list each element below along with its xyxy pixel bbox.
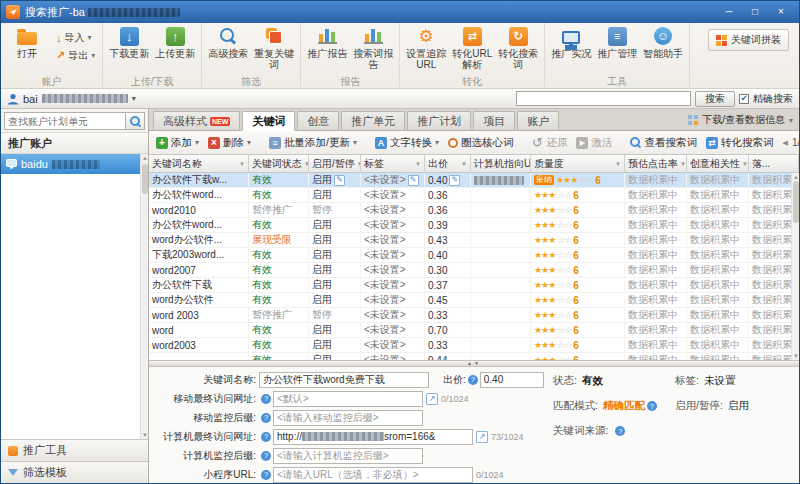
column-header-enable[interactable]: 启用/暂停▼ [309,155,361,172]
promotion-tools-panel[interactable]: 推广工具 [1,439,148,461]
tab[interactable]: 推广计划 [407,111,471,130]
tab[interactable]: 推广单元 [341,111,405,130]
view-search-terms-button[interactable]: 查看搜索词 [630,136,697,150]
advanced-search-button[interactable]: 高级搜索 [205,24,251,59]
column-header-bid[interactable]: 出价▼ [425,155,471,172]
search-button[interactable]: 搜索 [695,91,735,107]
download-update-button[interactable]: ↓ 下载更新 [106,24,152,59]
column-header-pc-url[interactable]: 计算机指向U... [471,155,531,172]
convert-search-terms-button[interactable]: ⇄转化搜索词 [706,136,774,150]
maximize-button[interactable]: □ [742,4,768,20]
column-header-ctr[interactable]: 预估点击率▼ [625,155,687,172]
restore-button[interactable]: ↺还原 [531,136,567,150]
table-row[interactable]: word2003 有效 启用 <未设置> 0.33 ★★★☆☆6 数据积累中 数… [149,338,799,353]
scroll-up-icon[interactable]: ▲ [792,174,799,180]
info-icon[interactable]: ? [647,401,657,411]
tab[interactable]: 项目 [473,111,515,130]
open-in-window-icon[interactable]: ↗ [426,393,438,405]
tab[interactable]: 关键词 [242,111,295,131]
table-row[interactable]: 办公软件word... 有效 启用 <未设置> 0.36 ★★★☆☆6 数据积累… [149,188,799,203]
edit-icon[interactable]: ✎ [408,175,419,186]
mobile-url-field[interactable]: <默认> [273,391,423,407]
info-icon[interactable]: ? [261,413,271,423]
info-icon[interactable]: ? [261,451,271,461]
table-row[interactable]: 有效 启用 <未设置> 0.44 ★★★☆☆6 数据积累中 数据积累中 数据积累… [149,353,799,360]
duplicate-keywords-button[interactable]: 重复关键词 [251,24,297,70]
info-icon[interactable]: ? [615,426,625,436]
miniapp-url-field[interactable]: <请输入URL（选填，非必填）> [273,467,473,483]
upload-update-button[interactable]: ↑ 上传更新 [152,24,198,59]
column-header-keyword[interactable]: 关键词名称▼ [149,155,249,172]
scrollbar-thumb[interactable] [793,181,799,223]
sidebar-scrollbar[interactable]: ▲ ▼ [140,154,148,439]
open-in-window-icon[interactable]: ↗ [476,431,488,443]
info-icon[interactable]: ? [261,394,271,404]
global-search-input[interactable] [516,91,691,106]
circle-core-words-button[interactable]: 圈选核心词 [448,136,514,150]
download-view-data-button[interactable]: 下载/查看数据信息 ▾ [688,113,793,127]
info-icon[interactable]: ? [261,470,271,480]
panel-splitter[interactable]: ▲▼ [149,360,799,367]
table-row[interactable]: 办公软件word... 有效 启用 <未设置> 0.39 ★★★☆☆6 数据积累… [149,218,799,233]
promotion-live-button[interactable]: 推广实况 [548,24,594,59]
set-tracking-url-button[interactable]: ⚙ 设置追踪URL [403,24,449,70]
table-row[interactable]: word2010 暂停推广 暂停 <未设置> 0.36 ★★★☆☆6 数据积累中… [149,203,799,218]
text-convert-button[interactable]: A文字转换▾ [375,136,439,150]
activate-button[interactable]: ▶激活 [576,136,612,150]
table-row[interactable]: 下载2003word... 有效 启用 <未设置> 0.40 ★★★☆☆6 数据… [149,248,799,263]
table-row[interactable]: 办公软件下载w... 有效 启用✎ <未设置>✎ 0.40✎ 采纳★★★☆☆6 … [149,173,799,188]
tab[interactable]: 账户 [517,111,559,130]
export-button[interactable]: ↗ 导出 ▾ [54,48,97,63]
scrollbar-thumb[interactable] [142,164,148,194]
info-icon[interactable]: ? [468,375,478,385]
promotion-report-button[interactable]: 推广报告 [304,24,350,59]
chevron-down-icon[interactable]: ▾ [132,94,136,103]
table-row[interactable]: word办公软件... 展现受限 启用 <未设置> 0.43 ★★★☆☆6 数据… [149,233,799,248]
close-button[interactable]: × [768,4,794,20]
find-account-input[interactable] [4,112,126,130]
table-row[interactable]: word 2003 暂停推广 暂停 <未设置> 0.33 ★★★☆☆6 数据积累… [149,308,799,323]
open-button[interactable]: 打开 [4,24,50,59]
delete-button[interactable]: ×删除▾ [208,136,251,150]
filter-templates-panel[interactable]: 筛选模板 [1,461,148,483]
table-scrollbar[interactable]: ▲ ▼ [791,173,799,360]
table-row[interactable]: word2007 有效 启用 <未设置> 0.30 ★★★☆☆6 数据积累中 数… [149,263,799,278]
promotion-manage-button[interactable]: ≡ 推广管理 [594,24,640,59]
add-button[interactable]: +添加▾ [156,136,199,150]
minimize-button[interactable]: ─ [716,4,742,20]
scroll-down-icon[interactable]: ▼ [792,353,799,359]
column-header-landing[interactable]: 落... [749,155,799,172]
column-header-tag[interactable]: 标签▼ [361,155,425,172]
pc-url-field[interactable]: http://srom=166& [273,429,473,445]
scroll-down-icon[interactable]: ▼ [141,432,148,438]
bid-field[interactable]: 0.40 [480,372,544,388]
keyword-name-field[interactable]: 办公软件下载word免费下载 [259,372,429,388]
edit-icon[interactable]: ✎ [449,175,460,186]
convert-search-terms-button[interactable]: ↻ 转化搜索词 [495,24,541,70]
splitter-grip-icon[interactable]: ▲▼ [467,360,481,366]
convert-url-parse-button[interactable]: ⇄ 转化URL解析 [449,24,495,70]
info-icon[interactable]: ? [261,432,271,442]
column-header-quality[interactable]: 质量度▼ [531,155,625,172]
prev-page-button[interactable]: ◀ [782,139,787,147]
column-header-relevance[interactable]: 创意相关性▼ [687,155,749,172]
adopt-badge[interactable]: 采纳 [534,175,554,185]
tree-item-account[interactable]: baidu [1,154,148,174]
pc-suffix-field[interactable]: <请输入计算机监控后缀> [273,448,423,464]
mobile-suffix-field[interactable]: <请输入移动监控后缀> [273,410,423,426]
exact-search-checkbox[interactable]: ✔ [739,94,749,104]
smart-assistant-button[interactable]: ☺ 智能助手 [640,24,686,59]
batch-add-update-button[interactable]: ≡批量添加/更新▾ [269,136,357,150]
import-button[interactable]: ↓ 导入 ▾ [54,30,97,45]
search-term-report-button[interactable]: 搜索词报告 [350,24,396,70]
table-row[interactable]: word 有效 启用 <未设置> 0.70 ★★★☆☆6 数据积累中 数据积累中… [149,323,799,338]
tab[interactable]: 高级样式 NEW [153,111,240,130]
column-header-status[interactable]: 关键词状态▼ [249,155,309,172]
table-row[interactable]: word办公软件 有效 启用 <未设置> 0.45 ★★★☆☆6 数据积累中 数… [149,293,799,308]
table-row[interactable]: 办公软件下载 有效 启用 <未设置> 0.37 ★★★☆☆6 数据积累中 数据积… [149,278,799,293]
find-button[interactable] [126,112,145,130]
scroll-up-icon[interactable]: ▲ [141,155,148,161]
edit-icon[interactable]: ✎ [334,175,345,186]
tab[interactable]: 创意 [297,111,339,130]
keyword-assemble-button[interactable]: 关键词拼装 [708,29,789,51]
